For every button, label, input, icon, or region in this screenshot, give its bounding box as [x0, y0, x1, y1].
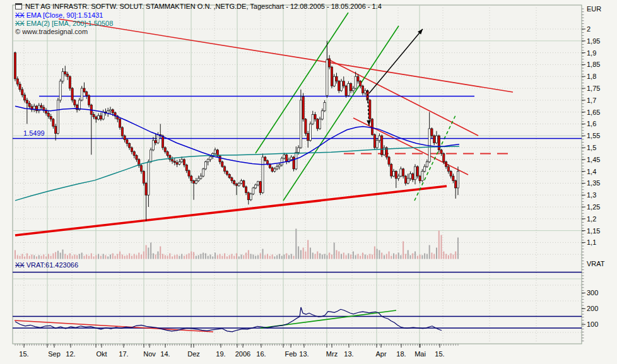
volume-bar — [95, 255, 97, 259]
time-axis-label[interactable]: 2006 — [235, 350, 250, 358]
volume-bar — [310, 248, 311, 259]
price-axis-label[interactable]: 1,45 — [587, 156, 600, 163]
candle-body — [409, 173, 411, 179]
price-axis-label[interactable]: 1,35 — [587, 179, 600, 187]
price-axis-label[interactable]: 1,8 — [587, 73, 596, 80]
candle-body — [290, 157, 292, 160]
volume-bar — [303, 248, 304, 259]
legend-vrat[interactable]: XXVRAT:61.423066 — [15, 261, 78, 269]
candle-body — [214, 150, 216, 154]
volume-bar — [72, 256, 73, 259]
time-axis-label[interactable]: Okt — [96, 350, 107, 358]
volume-bar — [112, 254, 114, 259]
price-axis-label[interactable]: 1,3 — [587, 191, 596, 199]
candle-body — [243, 181, 245, 187]
volume-bar — [21, 254, 23, 259]
candle-body — [252, 188, 254, 194]
volume-bar — [315, 254, 316, 259]
time-axis-label[interactable]: Dez — [187, 350, 200, 358]
vrat-axis-label[interactable]: 100 — [587, 320, 598, 328]
price-axis-label[interactable]: 1,7 — [587, 97, 596, 104]
plot-background[interactable] — [13, 5, 582, 344]
volume-bar — [74, 255, 75, 259]
candle-body — [124, 136, 126, 139]
time-axis-label[interactable]: 14. — [160, 350, 170, 358]
candle-body — [240, 181, 242, 184]
candle-body — [133, 151, 135, 155]
volume-bar — [374, 247, 375, 259]
time-axis-label[interactable]: 15. — [19, 350, 28, 358]
candle-body — [126, 140, 128, 144]
price-axis-label[interactable]: 1,2 — [587, 215, 596, 223]
price-axis-label[interactable]: 1,75 — [587, 85, 600, 92]
price-axis-label[interactable]: 1,6 — [587, 120, 596, 127]
candle-body — [431, 129, 433, 136]
price-level-label[interactable]: 1.5499 — [23, 129, 45, 138]
volume-bar — [295, 229, 297, 259]
time-axis-label[interactable]: 12. — [66, 350, 75, 358]
price-axis-label[interactable]: 1,25 — [587, 203, 600, 211]
candle-body — [400, 169, 402, 176]
candle-body — [231, 178, 233, 181]
time-axis-label[interactable]: Nov — [143, 350, 156, 358]
vrat-axis-label[interactable]: 200 — [587, 305, 598, 312]
time-axis-label[interactable]: Feb — [285, 350, 297, 358]
price-axis-label[interactable]: 1,4 — [587, 168, 596, 175]
candle-body — [19, 84, 21, 90]
candle-body — [162, 136, 163, 148]
volume-bar — [443, 252, 444, 259]
price-axis-label[interactable]: 1,1 — [587, 238, 596, 246]
candle-body — [360, 81, 361, 86]
volume-bar — [398, 253, 399, 259]
time-axis-label[interactable]: Apr — [375, 350, 386, 358]
legend-ema2[interactable]: XXEMA(2) [EMA, 200]:1.50508 — [15, 20, 113, 28]
candle-body — [50, 116, 52, 119]
candle-body — [336, 76, 338, 81]
price-axis-label[interactable]: 1,15 — [587, 227, 600, 235]
candle-body — [152, 141, 154, 150]
price-axis-label[interactable]: 1,85 — [587, 61, 600, 68]
time-axis-label[interactable]: 18. — [396, 350, 406, 358]
volume-bar — [305, 252, 306, 259]
candle-body — [445, 162, 447, 167]
volume-bar — [429, 245, 430, 259]
time-axis-label[interactable]: 15. — [435, 350, 444, 358]
legend-ema1[interactable]: XXEMA [Close, 90]:1.51431 — [15, 11, 103, 20]
vrat-label: VRAT:61.423066 — [26, 261, 78, 269]
vrat-axis-title[interactable]: VRAT — [587, 260, 605, 267]
volume-bar — [212, 257, 213, 259]
time-axis-label[interactable]: 13. — [344, 350, 353, 358]
volume-bar — [107, 257, 109, 259]
chart-canvas[interactable]: EUR21,951,91,851,81,751,71,651,61,551,51… — [0, 0, 617, 364]
vrat-axis-label[interactable]: 300 — [587, 289, 598, 296]
time-axis-label[interactable]: Mai — [414, 350, 426, 358]
time-axis-label[interactable]: 17. — [119, 350, 128, 358]
price-axis-label[interactable]: 1,5 — [587, 144, 596, 151]
time-axis-label[interactable]: Sep — [48, 350, 61, 358]
candle-body — [259, 182, 261, 193]
candle-body — [317, 119, 319, 129]
candle-body — [355, 76, 356, 88]
volume-bar — [369, 254, 370, 259]
candle-body — [278, 165, 280, 167]
price-axis-label[interactable]: 1,65 — [587, 109, 600, 116]
volume-bar — [117, 254, 118, 259]
price-axis-label[interactable]: 2 — [587, 25, 591, 33]
time-axis-label[interactable]: 19. — [216, 350, 225, 358]
price-axis-label[interactable]: 1,9 — [587, 49, 596, 57]
candle-body — [364, 91, 366, 93]
candle-body — [321, 111, 323, 119]
volume-bar — [103, 254, 104, 259]
time-axis-label[interactable]: 16. — [256, 350, 266, 358]
volume-bar — [122, 255, 123, 259]
candle-body — [447, 167, 449, 172]
price-axis-label[interactable]: 1,55 — [587, 132, 600, 139]
price-axis-label[interactable]: 1,95 — [587, 37, 600, 45]
time-axis-label[interactable]: Mrz — [326, 350, 338, 358]
candle-body — [188, 170, 190, 176]
candle-body — [228, 174, 230, 177]
price-axis-title[interactable]: EUR — [587, 5, 601, 13]
candle-body — [136, 155, 138, 159]
time-axis-label[interactable]: 13. — [299, 350, 308, 358]
candle-body — [271, 168, 273, 172]
